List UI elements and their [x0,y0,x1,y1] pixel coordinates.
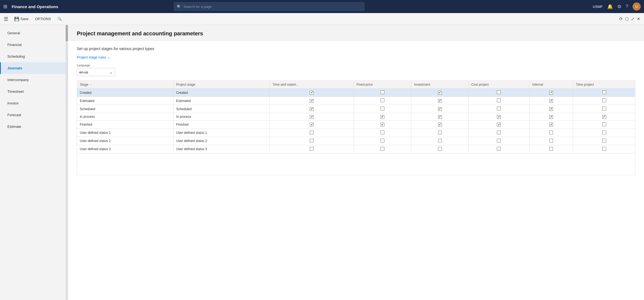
apps-icon[interactable]: ⊞ [3,4,7,10]
cell-fixedPrice [354,89,411,97]
table-row[interactable]: User defined status 1User defined status… [77,129,635,137]
sidebar-item-estimate[interactable]: Estimate [0,121,68,132]
checkbox-internal[interactable] [549,139,553,143]
sidebar-item-intercompany[interactable]: Intercompany [0,74,68,86]
checkbox-internal[interactable] [549,123,553,126]
col-header-projectStage: Project stage [173,81,270,89]
cell-timeAndMaterial [270,145,354,153]
cell-projectStage: User defined status 3 [173,145,270,153]
options-button[interactable]: OPTIONS [32,16,54,22]
cell-projectStage: Created [173,89,270,97]
hamburger-icon[interactable]: ☰ [4,16,8,22]
settings-icon[interactable]: ⚙ [617,4,621,10]
help-icon[interactable]: ? [626,4,628,9]
expand-icon[interactable]: ⤢ [631,16,634,21]
page-title: Project management and accounting parame… [77,30,635,37]
project-stage-rules-link[interactable]: Project stage rules ⌄ [77,55,110,59]
checkbox-fixedPrice[interactable] [381,90,384,94]
checkbox-timeAndMaterial[interactable] [310,147,314,151]
language-section: Language en-us ⌄ [77,64,635,76]
cell-timeAndMaterial [270,129,354,137]
col-header-stage[interactable]: Stage ↑ [77,81,174,89]
close-icon[interactable]: ✕ [637,16,640,21]
language-label: Language [77,64,635,67]
cell-fixedPrice [354,145,411,153]
checkbox-costProject[interactable] [497,139,501,143]
checkbox-internal[interactable] [549,107,553,111]
checkbox-timeAndMaterial[interactable] [310,115,314,119]
checkbox-timeAndMaterial[interactable] [310,99,314,103]
checkbox-costProject[interactable] [497,123,501,126]
checkbox-timeProject[interactable] [602,115,606,119]
checkbox-timeProject[interactable] [602,131,606,134]
save-button[interactable]: 💾 Save [11,15,31,23]
checkbox-timeProject[interactable] [602,98,606,102]
checkbox-fixedPrice[interactable] [381,98,384,102]
checkbox-internal[interactable] [549,99,553,103]
cell-fixedPrice [354,113,411,121]
checkbox-fixedPrice[interactable] [381,123,384,126]
checkbox-costProject[interactable] [497,115,501,119]
cell-stage: Scheduled [77,105,174,113]
checkbox-timeProject[interactable] [602,90,606,94]
top-navigation: ⊞ Finance and Operations 🔍 Search for a … [0,0,644,13]
checkbox-timeProject[interactable] [602,147,606,151]
checkbox-internal[interactable] [549,91,553,95]
checkbox-timeAndMaterial[interactable] [310,107,314,111]
table-row[interactable]: FinishedFinished [77,120,635,129]
checkbox-timeProject[interactable] [602,139,606,143]
checkbox-fixedPrice[interactable] [381,139,384,143]
cell-costProject [468,89,529,97]
notification-icon[interactable]: 🔔 [607,4,613,10]
checkbox-fixedPrice[interactable] [381,131,384,134]
table-row[interactable]: User defined status 2User defined status… [77,137,635,145]
checkbox-costProject[interactable] [497,131,501,134]
checkbox-investment[interactable] [438,147,442,151]
checkbox-timeProject[interactable] [602,107,606,110]
table-row[interactable]: In processIn process [77,113,635,121]
checkbox-investment[interactable] [438,91,442,95]
checkbox-fixedPrice[interactable] [381,147,384,151]
language-select[interactable]: en-us ⌄ [77,68,115,76]
sidebar-item-financial[interactable]: Financial [0,39,68,51]
checkbox-timeProject[interactable] [602,122,606,126]
sidebar-item-general[interactable]: General [0,27,68,39]
checkbox-timeAndMaterial[interactable] [310,123,314,126]
refresh-icon[interactable]: ⟳ [619,16,623,21]
checkbox-costProject[interactable] [497,107,501,110]
checkbox-costProject[interactable] [497,147,501,151]
checkbox-costProject[interactable] [497,98,501,102]
table-row[interactable]: EstimatedEstimated [77,97,635,105]
checkbox-investment[interactable] [438,115,442,119]
table-row[interactable]: User defined status 3User defined status… [77,145,635,153]
table-row[interactable]: ScheduledScheduled [77,105,635,113]
checkbox-fixedPrice[interactable] [381,115,384,119]
checkbox-timeAndMaterial[interactable] [310,91,314,95]
checkbox-internal[interactable] [549,115,553,119]
sidebar-item-invoice[interactable]: Invoice [0,97,68,109]
sidebar-item-timesheet[interactable]: Timesheet [0,86,68,97]
cell-timeProject [573,145,635,153]
cell-fixedPrice [354,129,411,137]
checkbox-internal[interactable] [549,147,553,151]
checkbox-timeAndMaterial[interactable] [310,131,314,134]
checkbox-investment[interactable] [438,123,442,126]
search-bar[interactable]: 🔍 Search for a page [174,2,364,11]
checkbox-internal[interactable] [549,131,553,134]
checkbox-investment[interactable] [438,131,442,134]
table-row[interactable]: CreatedCreated [77,89,635,97]
checkbox-investment[interactable] [438,139,442,143]
checkbox-fixedPrice[interactable] [381,107,384,110]
checkbox-investment[interactable] [438,99,442,103]
sidebar-item-journals[interactable]: Journals [0,62,68,74]
sidebar-item-scheduling[interactable]: Scheduling [0,51,68,62]
cell-costProject [468,145,529,153]
search-toolbar-button[interactable]: 🔍 [55,16,65,22]
checkbox-investment[interactable] [438,107,442,111]
cell-costProject [468,97,529,105]
avatar[interactable]: U [633,2,641,11]
checkbox-costProject[interactable] [497,90,501,94]
sidebar-item-forecast[interactable]: Forecast [0,109,68,121]
checkbox-timeAndMaterial[interactable] [310,139,314,143]
open-in-new-icon[interactable]: ⬡ [625,16,629,21]
